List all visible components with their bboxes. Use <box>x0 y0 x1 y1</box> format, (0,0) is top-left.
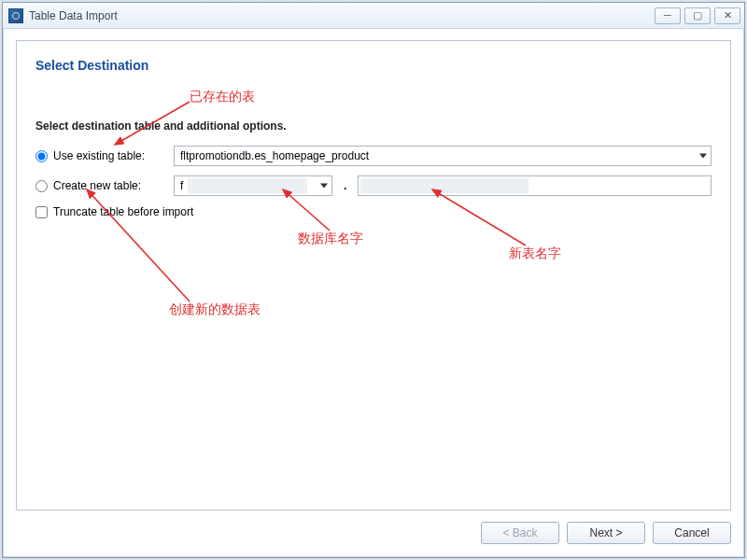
row-truncate: Truncate table before import <box>35 205 712 218</box>
content-panel: Select Destination Select destination ta… <box>16 40 731 511</box>
back-button-label: < Back <box>502 526 537 539</box>
existing-table-value: fltpromotiondb.es_homepage_product <box>180 149 369 162</box>
create-new-label: Create new table: <box>53 179 141 192</box>
window-controls: ─ ▢ ✕ <box>655 7 740 24</box>
database-select[interactable]: f <box>174 175 332 196</box>
blur-mask <box>360 178 529 193</box>
use-existing-radio[interactable] <box>35 150 48 162</box>
next-button-label: Next > <box>589 526 622 539</box>
chevron-down-icon <box>699 154 707 159</box>
titlebar: Table Data Import ─ ▢ ✕ <box>3 3 744 29</box>
blur-mask <box>188 178 307 193</box>
use-existing-label-group[interactable]: Use existing table: <box>35 149 166 162</box>
next-button[interactable]: Next > <box>567 522 645 544</box>
database-value: f <box>180 179 183 192</box>
maximize-button[interactable]: ▢ <box>684 7 711 24</box>
chevron-down-icon <box>320 184 328 189</box>
window-title: Table Data Import <box>29 9 118 22</box>
dialog-window: Table Data Import ─ ▢ ✕ Select Destinati… <box>2 2 745 558</box>
page-subheading: Select destination table and additional … <box>35 119 712 133</box>
back-button[interactable]: < Back <box>481 522 559 544</box>
minimize-button[interactable]: ─ <box>655 7 681 24</box>
create-new-label-group[interactable]: Create new table: <box>35 179 166 192</box>
truncate-label-group[interactable]: Truncate table before import <box>35 205 193 218</box>
separator-dot: . <box>340 179 350 192</box>
annotation-existing-table: 已存在的表 <box>190 89 255 105</box>
close-button[interactable]: ✕ <box>714 7 740 24</box>
page-heading: Select Destination <box>35 58 712 73</box>
new-table-input[interactable] <box>358 175 712 196</box>
app-icon <box>8 8 23 23</box>
footer-buttons: < Back Next > Cancel <box>16 522 731 544</box>
cancel-button-label: Cancel <box>674 526 709 539</box>
use-existing-label: Use existing table: <box>53 149 145 162</box>
existing-table-select[interactable]: fltpromotiondb.es_homepage_product <box>174 146 712 166</box>
annotation-create-new: 创建新的数据表 <box>169 301 261 318</box>
cancel-button[interactable]: Cancel <box>653 522 731 544</box>
truncate-label: Truncate table before import <box>53 205 193 218</box>
row-create-new: Create new table: f . <box>35 175 712 196</box>
create-new-radio[interactable] <box>35 180 48 192</box>
row-use-existing: Use existing table: fltpromotiondb.es_ho… <box>35 146 712 166</box>
annotation-db-name: 数据库名字 <box>298 231 363 247</box>
annotation-new-table-name: 新表名字 <box>509 245 561 262</box>
truncate-checkbox[interactable] <box>35 206 48 218</box>
